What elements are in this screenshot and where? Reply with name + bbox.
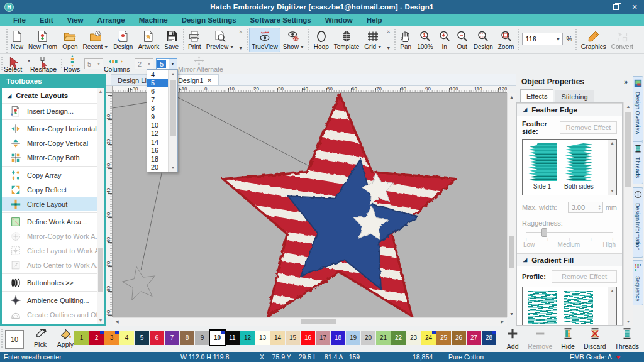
color-swatch-21[interactable]: 21 xyxy=(376,331,391,345)
color-swatch-18[interactable]: 18 xyxy=(331,331,345,345)
dropdown-option-8[interactable]: 8 xyxy=(147,104,168,112)
add-button[interactable]: Add xyxy=(506,327,519,350)
color-swatch-23[interactable]: 23 xyxy=(406,331,421,345)
100-button[interactable]: 1100% xyxy=(414,28,436,52)
dock-tab-design-overview[interactable]: Design Overview xyxy=(633,76,643,141)
hide-button[interactable]: Hide xyxy=(561,327,575,350)
design-button[interactable]: Design xyxy=(111,28,135,52)
color-swatch-7[interactable]: 7 xyxy=(165,331,179,345)
color-swatch-2[interactable]: 2 xyxy=(89,331,104,345)
color-swatch-5[interactable]: 5 xyxy=(135,331,149,345)
color-swatch-4[interactable]: 4 xyxy=(119,331,134,345)
color-swatch-28[interactable]: 28 xyxy=(482,331,496,345)
dropdown-option-14[interactable]: 14 xyxy=(147,138,168,146)
menu-item-window[interactable]: Window xyxy=(318,14,360,26)
pan-button[interactable]: Pan xyxy=(397,28,414,52)
feather-option-both-sides[interactable]: Both sides xyxy=(564,143,594,193)
menu-item-machine[interactable]: Machine xyxy=(132,14,175,26)
scrollbar-thumb[interactable] xyxy=(301,319,336,324)
dropdown-arrow-icon[interactable]: ▼ xyxy=(230,45,234,49)
scroll-up-icon[interactable]: ▲ xyxy=(508,93,516,101)
sidebar-item-insert-design[interactable]: Insert Design... xyxy=(2,104,97,118)
color-swatch-26[interactable]: 26 xyxy=(452,331,466,345)
color-swatch-6[interactable]: 6 xyxy=(150,331,164,345)
gallery-scrollbar[interactable]: ▲ ▼ xyxy=(608,287,616,326)
scrollbar-thumb[interactable] xyxy=(509,236,514,268)
color-swatch-9[interactable]: 9 xyxy=(195,331,209,345)
toolboxes-scrollbar[interactable]: ▲ ▼ xyxy=(97,88,104,324)
color-swatch-16[interactable]: 16 xyxy=(301,331,315,345)
menu-item-file[interactable]: File xyxy=(6,14,33,26)
sidebar-item-copy-reflect[interactable]: Copy Reflect xyxy=(2,182,97,197)
tab-design1[interactable]: Design1✕ xyxy=(171,74,219,85)
zoom-level-combo[interactable]: 116▼ xyxy=(522,33,563,45)
print-button[interactable]: Print xyxy=(186,28,204,52)
dropdown-option-6[interactable]: 6 xyxy=(147,87,168,96)
toolbar-overflow-icon[interactable]: »▼ xyxy=(236,26,245,53)
scroll-down-icon[interactable]: ▼ xyxy=(624,317,633,326)
recent-button[interactable]: Recent▼ xyxy=(80,28,111,52)
sidebar-item-buttonholes[interactable]: Buttonholes >> xyxy=(2,275,97,290)
new-button[interactable]: New xyxy=(8,28,26,52)
in-button[interactable]: In xyxy=(436,28,453,52)
dropdown-scrollbar[interactable]: ▲ ▼ xyxy=(168,70,177,172)
scroll-down-icon[interactable]: ▼ xyxy=(608,187,616,195)
sidebar-item-mirror-copy-vertical[interactable]: Mirror-Copy Vertical xyxy=(2,136,97,150)
threads-button[interactable]: Threads xyxy=(614,327,639,350)
minimize-button[interactable]: — xyxy=(587,0,606,14)
dropdown-option-12[interactable]: 12 xyxy=(147,129,168,138)
reshape-tool[interactable]: Reshape xyxy=(30,65,57,73)
sidebar-item-circle-layout[interactable]: Circle Layout xyxy=(2,197,97,211)
color-swatch-17[interactable]: 17 xyxy=(316,331,330,345)
properties-scrollbar[interactable]: ▲ ▼ xyxy=(623,102,633,326)
menu-item-view[interactable]: View xyxy=(60,14,91,26)
scroll-left-icon[interactable]: ◀ xyxy=(114,318,120,326)
dropdown-arrow-icon[interactable]: ▼ xyxy=(300,45,304,49)
sidebar-item-define-work-area[interactable]: Define Work Area... xyxy=(2,214,97,229)
scroll-down-icon[interactable]: ▼ xyxy=(508,310,516,317)
trueview-button[interactable]: TrueView xyxy=(249,28,280,52)
template-button[interactable]: Template xyxy=(331,28,362,52)
discard-button[interactable]: Discard xyxy=(584,327,606,350)
menu-item-design-settings[interactable]: Design Settings xyxy=(175,14,243,26)
dropdown-option-20[interactable]: 20 xyxy=(147,163,168,171)
scrollbar-thumb[interactable] xyxy=(625,112,631,187)
design-button[interactable]: Design xyxy=(471,28,496,52)
sidebar-item-copy-array[interactable]: Copy Array xyxy=(2,168,97,182)
dropdown-option-9[interactable]: 9 xyxy=(147,112,168,121)
tab-effects[interactable]: Effects xyxy=(520,89,553,102)
show-button[interactable]: Show▼ xyxy=(280,28,307,52)
artwork-button[interactable]: Artwork xyxy=(135,28,162,52)
color-swatch-13[interactable]: 13 xyxy=(255,331,270,345)
tab-close-icon[interactable]: ✕ xyxy=(207,77,212,84)
color-swatch-12[interactable]: 12 xyxy=(240,331,255,345)
preview-button[interactable]: Preview▼ xyxy=(204,28,237,52)
scroll-up-icon[interactable]: ▲ xyxy=(169,70,177,78)
dock-tab-sequence[interactable]: Sequence xyxy=(633,260,643,305)
zoom-button[interactable]: Zoom xyxy=(496,28,517,52)
scroll-down-icon[interactable]: ▼ xyxy=(97,317,104,324)
scroll-up-icon[interactable]: ▲ xyxy=(608,140,616,147)
color-swatch-14[interactable]: 14 xyxy=(270,331,285,345)
dropdown-option-10[interactable]: 10 xyxy=(147,121,168,129)
embroidery-design[interactable] xyxy=(223,94,457,316)
toolbar-drag-handle[interactable] xyxy=(0,57,3,71)
color-swatch-24[interactable]: 24 xyxy=(421,331,436,345)
scroll-up-icon[interactable]: ▲ xyxy=(624,102,633,111)
restore-button[interactable] xyxy=(606,0,625,14)
color-swatch-19[interactable]: 19 xyxy=(346,331,360,345)
color-swatch-8[interactable]: 8 xyxy=(180,331,194,345)
scroll-up-icon[interactable]: ▲ xyxy=(608,287,616,295)
wreath-combo-arrow[interactable]: ▼ xyxy=(169,59,177,69)
color-swatch-10[interactable]: 10 xyxy=(210,331,225,345)
dropdown-arrow-icon[interactable]: ▼ xyxy=(377,45,382,49)
scrollbar-thumb[interactable] xyxy=(98,248,103,292)
color-swatch-27[interactable]: 27 xyxy=(467,331,481,345)
gradient-fill-section[interactable]: ◢ Gradient Fill xyxy=(517,253,622,266)
rows-count-combo[interactable]: 5▼ xyxy=(84,58,103,69)
menu-item-edit[interactable]: Edit xyxy=(33,14,60,26)
combo-arrow-icon[interactable]: ▼ xyxy=(553,33,562,45)
toolbar-drag-handle[interactable] xyxy=(5,29,8,54)
pick-color-button[interactable]: Pick xyxy=(28,327,53,348)
dock-tab-design-information[interactable]: Design Information xyxy=(633,187,643,258)
